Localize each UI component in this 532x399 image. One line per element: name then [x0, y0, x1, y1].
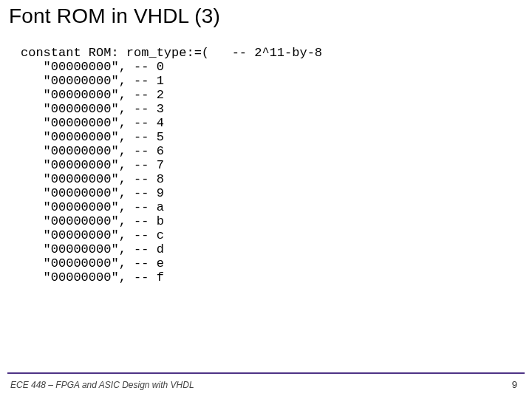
- comment-sep: --: [134, 172, 149, 186]
- rom-value: "00000000",: [44, 186, 126, 200]
- rom-value: "00000000",: [44, 158, 126, 172]
- rom-index: a: [157, 200, 164, 214]
- rom-value: "00000000",: [44, 60, 126, 74]
- rom-value: "00000000",: [44, 214, 126, 228]
- page-number: 9: [512, 379, 517, 390]
- rom-value: "00000000",: [44, 116, 126, 130]
- slide-title: Font ROM in VHDL (3): [9, 4, 220, 28]
- rom-index: f: [157, 270, 164, 284]
- comment-sep: --: [134, 214, 149, 228]
- rom-index: 9: [157, 186, 164, 200]
- comment-sep: --: [134, 242, 149, 256]
- rom-value: "00000000",: [44, 102, 126, 116]
- comment-sep: --: [134, 200, 149, 214]
- comment-sep: --: [134, 270, 149, 284]
- code-block: constant ROM: rom_type:=( -- 2^11-by-8 "…: [21, 46, 322, 284]
- rom-index: c: [157, 228, 164, 242]
- comment-sep: --: [134, 228, 149, 242]
- rom-index: 8: [157, 172, 164, 186]
- rom-value: "00000000",: [44, 74, 126, 88]
- comment-sep: --: [134, 186, 149, 200]
- rom-index: 6: [157, 144, 164, 158]
- rom-value: "00000000",: [44, 270, 126, 284]
- rom-index: 3: [157, 102, 164, 116]
- rom-value: "00000000",: [44, 130, 126, 144]
- footer-divider: [7, 372, 525, 374]
- rom-index: 0: [157, 60, 164, 74]
- rom-value: "00000000",: [44, 88, 126, 102]
- rom-value: "00000000",: [44, 200, 126, 214]
- footer-text: ECE 448 – FPGA and ASIC Design with VHDL: [10, 380, 194, 390]
- code-decl-right: rom_type:=(: [126, 46, 209, 60]
- rom-index: 1: [157, 74, 164, 88]
- comment-sep: --: [134, 144, 149, 158]
- comment-sep: --: [134, 74, 149, 88]
- comment-sep: --: [134, 256, 149, 270]
- comment-sep: --: [134, 102, 149, 116]
- rom-index: 2: [157, 88, 164, 102]
- code-decl: constant ROM:: [21, 46, 119, 60]
- rom-index: 5: [157, 130, 164, 144]
- rom-value: "00000000",: [44, 242, 126, 256]
- comment-sep: --: [134, 88, 149, 102]
- rom-value: "00000000",: [44, 144, 126, 158]
- rom-index: e: [157, 256, 164, 270]
- rom-index: d: [157, 242, 164, 256]
- rom-index: 4: [157, 116, 164, 130]
- code-decl-comment: -- 2^11-by-8: [232, 46, 322, 60]
- comment-sep: --: [134, 158, 149, 172]
- comment-sep: --: [134, 60, 149, 74]
- comment-sep: --: [134, 116, 149, 130]
- comment-sep: --: [134, 130, 149, 144]
- rom-value: "00000000",: [44, 172, 126, 186]
- slide: Font ROM in VHDL (3) constant ROM: rom_t…: [0, 0, 532, 399]
- rom-value: "00000000",: [44, 256, 126, 270]
- rom-value: "00000000",: [44, 228, 126, 242]
- rom-index: b: [157, 214, 164, 228]
- rom-index: 7: [157, 158, 164, 172]
